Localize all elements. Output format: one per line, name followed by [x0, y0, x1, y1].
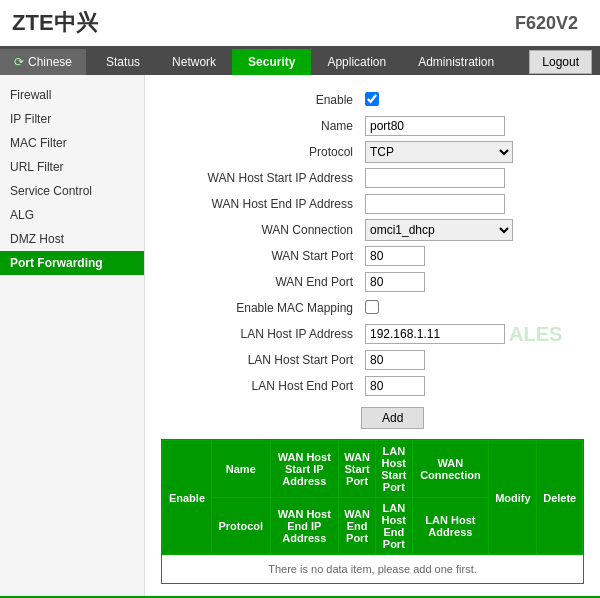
logo: ZTE中兴	[12, 8, 98, 38]
sidebar-item-macfilter[interactable]: MAC Filter	[0, 131, 144, 155]
sidebar-item-firewall[interactable]: Firewall	[0, 83, 144, 107]
wan-host-end-label: WAN Host End IP Address	[161, 191, 361, 217]
th-wan-end-ip: WAN HostEnd IPAddress	[270, 498, 338, 555]
sidebar-item-portforwarding[interactable]: Port Forwarding	[0, 251, 144, 275]
lan-host-ip-label: LAN Host IP Address	[161, 321, 361, 347]
sidebar-item-dmzhost[interactable]: DMZ Host	[0, 227, 144, 251]
wan-end-port-input[interactable]	[365, 272, 425, 292]
th-lan-end-port: LANHostEndPort	[376, 498, 412, 555]
lan-host-end-input[interactable]	[365, 376, 425, 396]
th-wan-start-ip: WAN HostStart IPAddress	[270, 441, 338, 498]
logout-button[interactable]: Logout	[529, 50, 592, 74]
th-name: Name	[211, 441, 270, 498]
wan-host-start-input[interactable]	[365, 168, 505, 188]
protocol-label: Protocol	[161, 139, 361, 165]
th-lan-host-address: LAN HostAddress	[412, 498, 489, 555]
navbar: Chinese Status Network Security Applicat…	[0, 49, 600, 75]
model-name: F620V2	[515, 13, 578, 34]
wan-host-end-input[interactable]	[365, 194, 505, 214]
enable-checkbox[interactable]	[365, 92, 379, 106]
lan-host-start-label: LAN Host Start Port	[161, 347, 361, 373]
wan-end-port-label: WAN End Port	[161, 269, 361, 295]
tab-administration[interactable]: Administration	[402, 49, 510, 75]
name-label: Name	[161, 113, 361, 139]
th-wan-start-port: WANStartPort	[338, 441, 375, 498]
th-wan-end-port: WANEndPort	[338, 498, 375, 555]
tab-network[interactable]: Network	[156, 49, 232, 75]
sidebar-item-ipfilter[interactable]: IP Filter	[0, 107, 144, 131]
wan-start-port-input[interactable]	[365, 246, 425, 266]
sidebar-item-servicecontrol[interactable]: Service Control	[0, 179, 144, 203]
th-wan-connection: WANConnection	[412, 441, 489, 498]
wan-host-start-label: WAN Host Start IP Address	[161, 165, 361, 191]
sidebar: Firewall IP Filter MAC Filter URL Filter…	[0, 75, 145, 596]
th-modify: Modify	[489, 441, 537, 555]
tab-status[interactable]: Status	[90, 49, 156, 75]
wan-start-port-label: WAN Start Port	[161, 243, 361, 269]
th-lan-start-port: LANHostStartPort	[376, 441, 412, 498]
protocol-select[interactable]: TCP UDP Both	[365, 141, 513, 163]
logo-zte: ZTE	[12, 10, 54, 35]
wan-connection-label: WAN Connection	[161, 217, 361, 243]
sidebar-item-urlfilter[interactable]: URL Filter	[0, 155, 144, 179]
content-area: Firewall IP Filter MAC Filter URL Filter…	[0, 75, 600, 596]
enable-mac-checkbox[interactable]	[365, 300, 379, 314]
th-protocol: Protocol	[211, 498, 270, 555]
add-button[interactable]: Add	[361, 407, 424, 429]
enable-label: Enable	[161, 87, 361, 113]
logo-chinese: 中兴	[54, 10, 98, 35]
header: ZTE中兴 F620V2	[0, 0, 600, 49]
main-content: Enable Name Protocol TCP UDP Both	[145, 75, 600, 596]
tab-security[interactable]: Security	[232, 49, 311, 75]
th-enable: Enable	[163, 441, 212, 555]
sidebar-item-alg[interactable]: ALG	[0, 203, 144, 227]
tab-application[interactable]: Application	[311, 49, 402, 75]
th-delete: Delete	[537, 441, 583, 555]
nav-tabs: Status Network Security Application Admi…	[90, 49, 529, 75]
name-input[interactable]	[365, 116, 505, 136]
data-table: Enable Name WAN HostStart IPAddress WANS…	[162, 440, 583, 583]
lan-host-start-input[interactable]	[365, 350, 425, 370]
form-table: Enable Name Protocol TCP UDP Both	[161, 87, 584, 429]
enable-mac-label: Enable MAC Mapping	[161, 295, 361, 321]
wan-connection-select[interactable]: omci1_dhcp	[365, 219, 513, 241]
lan-host-end-label: LAN Host End Port	[161, 373, 361, 399]
lan-host-ip-input[interactable]	[365, 324, 505, 344]
language-button[interactable]: Chinese	[0, 49, 86, 75]
no-data-message: There is no data item, please add one fi…	[163, 555, 583, 584]
data-table-wrapper: Enable Name WAN HostStart IPAddress WANS…	[161, 439, 584, 584]
